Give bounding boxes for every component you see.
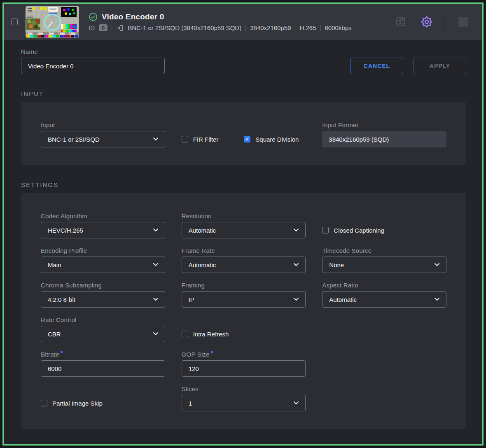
page-background: Video Encoder 0 ID 0 BNC-1 or 2SI/SQD (3… <box>0 0 486 448</box>
input-section-title: INPUT <box>21 90 466 97</box>
input-summary: BNC-1 or 2SI/SQD (3840x2160p59 SQD) <box>128 24 241 31</box>
input-field: Input BNC-1 or 2SI/SQD <box>41 121 165 147</box>
id-label: ID <box>89 24 95 31</box>
square-division-label: Square Division <box>255 136 299 143</box>
chevron-down-icon <box>153 263 158 266</box>
header-select-checkbox[interactable] <box>11 19 18 25</box>
partial-image-skip-checkbox-row[interactable]: Partial Image Skip <box>41 385 165 411</box>
aspect-ratio-select[interactable]: Automatic <box>322 291 446 308</box>
slices-field: Slices 1 <box>182 385 306 411</box>
required-marker <box>211 351 213 353</box>
divider <box>245 25 246 31</box>
chevron-down-icon <box>294 401 299 405</box>
bitrate-label: Bitrate <box>41 351 59 358</box>
bitrate-input[interactable] <box>41 360 165 377</box>
encoder-title-block: Video Encoder 0 ID 0 BNC-1 or 2SI/SQD (3… <box>89 12 352 32</box>
input-checkboxes: FIR Filter Square Division <box>182 121 306 147</box>
aspect-ratio-field: Aspect Ratio Automatic <box>322 282 446 308</box>
chevron-down-icon <box>153 332 158 336</box>
stream-bitrate: 6000kbps <box>325 24 352 31</box>
resolution-field: Resolution Automatic <box>182 212 306 238</box>
chevron-down-icon <box>294 263 299 266</box>
intra-refresh-checkbox-row[interactable]: Intra Refresh <box>182 316 306 342</box>
settings-panel: Codec Algorithm HEVC/H.265 Resolution Au… <box>21 193 466 429</box>
closed-captioning-checkbox-row[interactable]: Closed Captioning <box>322 212 446 238</box>
encoding-profile-field: Encoding Profile Main <box>41 247 165 273</box>
bitrate-field: Bitrate <box>41 351 165 377</box>
input-select-value: BNC-1 or 2SI/SQD <box>48 136 100 143</box>
stream-resolution: 3840x2160p59 <box>250 24 291 31</box>
timecode-source-field: Timecode Source None <box>322 247 446 273</box>
spacer <box>322 316 446 342</box>
gop-size-field: GOP Size <box>182 351 306 377</box>
name-input[interactable] <box>21 58 165 74</box>
square-division-checkbox[interactable] <box>244 136 250 142</box>
chevron-down-icon <box>153 138 158 141</box>
slices-select[interactable]: 1 <box>182 395 306 411</box>
input-section: INPUT Input BNC-1 or 2SI/SQD <box>21 90 466 165</box>
spacer <box>322 385 446 411</box>
settings-gear-button[interactable] <box>419 14 434 29</box>
required-marker <box>61 351 63 353</box>
divider <box>112 25 112 31</box>
input-format-value: 3840x2160p59 (SQD) <box>322 131 446 147</box>
fir-filter-checkbox-row[interactable]: FIR Filter <box>182 136 219 143</box>
encoder-id-badge: 0 <box>99 24 107 31</box>
intra-refresh-checkbox[interactable] <box>182 331 188 337</box>
encoder-card: Video Encoder 0 ID 0 BNC-1 or 2SI/SQD (3… <box>2 2 484 446</box>
divider <box>320 25 321 31</box>
rate-control-select[interactable]: CBR <box>41 326 165 342</box>
input-format-label: Input Format <box>322 121 446 128</box>
input-panel: Input BNC-1 or 2SI/SQD FIR Filter <box>21 102 466 165</box>
stats-button[interactable] <box>394 15 408 29</box>
framing-select[interactable]: IP <box>182 291 306 308</box>
line-chart-icon <box>395 16 406 27</box>
divider <box>295 25 295 31</box>
encoder-header: Video Encoder 0 ID 0 BNC-1 or 2SI/SQD (3… <box>4 4 482 40</box>
chevron-down-icon <box>294 298 299 301</box>
chroma-subsampling-select[interactable]: 4:2:0 8-bit <box>41 291 165 308</box>
name-label: Name <box>21 48 165 55</box>
header-actions <box>394 14 468 30</box>
chevron-down-icon <box>435 298 439 301</box>
encoding-profile-select[interactable]: Main <box>41 257 165 273</box>
encoder-form: Name CANCEL APPLY INPUT Input BNC-1 or 2… <box>4 40 482 444</box>
apply-button[interactable]: APPLY <box>414 58 466 74</box>
header-square-indicator[interactable] <box>458 17 468 27</box>
timecode-source-select[interactable]: None <box>322 257 446 273</box>
framing-field: Framing IP <box>182 282 306 308</box>
codec-algorithm-select[interactable]: HEVC/H.265 <box>41 222 165 238</box>
encoder-title: Video Encoder 0 <box>102 12 164 21</box>
settings-section-title: SETTINGS <box>21 181 466 188</box>
chevron-down-icon <box>153 229 158 232</box>
stream-codec: H.265 <box>299 24 316 31</box>
rate-control-field: Rate Control CBR <box>41 316 165 342</box>
chevron-down-icon <box>435 263 439 266</box>
cancel-button[interactable]: CANCEL <box>350 58 403 74</box>
input-select[interactable]: BNC-1 or 2SI/SQD <box>41 131 165 147</box>
gop-size-input[interactable] <box>182 360 306 377</box>
spacer <box>322 351 446 377</box>
input-format-field: Input Format 3840x2160p59 (SQD) <box>322 121 446 147</box>
fir-filter-label: FIR Filter <box>193 136 219 143</box>
gear-icon <box>421 16 432 28</box>
frame-rate-field: Frame Rate Automatic <box>182 247 306 273</box>
partial-image-skip-checkbox[interactable] <box>41 400 47 406</box>
name-row: Name CANCEL APPLY <box>21 48 466 74</box>
encoder-subtitle: ID 0 BNC-1 or 2SI/SQD (3840x2160p59 SQD)… <box>89 24 352 32</box>
header-divider <box>444 14 444 30</box>
chroma-subsampling-field: Chroma Subsampling 4:2:0 8-bit <box>41 282 165 308</box>
status-check-icon <box>89 12 98 21</box>
input-label: Input <box>41 121 165 128</box>
chevron-down-icon <box>153 298 158 301</box>
resolution-select[interactable]: Automatic <box>182 222 306 238</box>
input-snapshot-thumbnail[interactable] <box>26 6 79 38</box>
closed-captioning-checkbox[interactable] <box>322 227 329 233</box>
frame-rate-select[interactable]: Automatic <box>182 257 306 273</box>
settings-section: SETTINGS Codec Algorithm HEVC/H.265 Reso… <box>21 181 466 429</box>
fir-filter-checkbox[interactable] <box>182 136 188 142</box>
chevron-down-icon <box>294 229 299 232</box>
codec-algorithm-field: Codec Algorithm HEVC/H.265 <box>41 212 165 238</box>
square-division-checkbox-row[interactable]: Square Division <box>244 136 299 143</box>
input-source-icon <box>116 24 124 32</box>
